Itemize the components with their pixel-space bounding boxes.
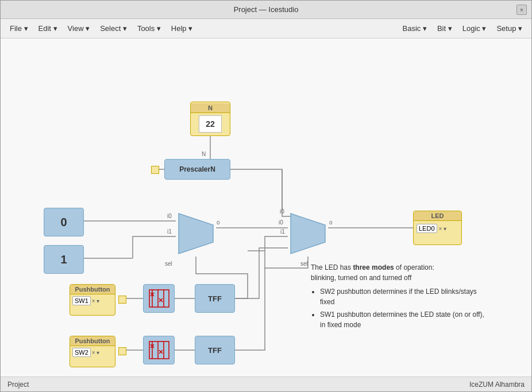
debounce1-svg: [148, 288, 171, 309]
const0-label: 0: [60, 216, 67, 229]
pushbutton2-select: SW2 × ▾: [70, 346, 115, 359]
pushbutton1-value[interactable]: SW1: [72, 296, 91, 305]
file-menu[interactable]: File ▾: [5, 22, 33, 35]
pushbutton2-block[interactable]: Pushbutton SW2 × ▾: [70, 336, 115, 367]
logic-menu[interactable]: Logic ▾: [458, 22, 491, 35]
pushbutton1-remove[interactable]: ×: [92, 298, 95, 304]
help-menu[interactable]: Help ▾: [167, 22, 197, 35]
comment-bold: three modes: [353, 263, 394, 271]
bit-menu[interactable]: Bit ▾: [433, 22, 457, 35]
comment-bullets: SW2 pushbutton determines if the LED bli…: [320, 286, 489, 330]
svg-text:o: o: [217, 219, 220, 226]
view-menu[interactable]: View ▾: [63, 22, 95, 35]
comment-bullet-2: SW1 pushbutton determines the LED state …: [320, 309, 489, 330]
tff2-label: TFF: [208, 346, 222, 355]
close-button[interactable]: ×: [516, 5, 527, 15]
comment-bullet-1: SW2 pushbutton determines if the LED bli…: [320, 286, 489, 307]
prescaler-block[interactable]: PrescalerN: [164, 159, 230, 180]
menu-bar: File ▾ Edit ▾ View ▾ Select ▾ Tools ▾ He…: [1, 19, 531, 38]
pushbutton2-dropdown[interactable]: ▾: [97, 350, 99, 356]
pushbutton1-header: Pushbutton: [70, 285, 115, 294]
tff1-block[interactable]: TFF: [195, 284, 235, 313]
svg-text:o: o: [329, 219, 333, 226]
pushbutton2-value[interactable]: SW2: [72, 348, 91, 357]
edit-menu[interactable]: Edit ▾: [34, 22, 62, 35]
comment-box: The LED has three modes of operation: bl…: [311, 262, 489, 332]
tff2-block[interactable]: TFF: [195, 336, 235, 364]
svg-text:i1: i1: [167, 228, 172, 235]
debounce2-block[interactable]: [143, 336, 175, 364]
led-dropdown-button[interactable]: ▾: [444, 226, 446, 232]
svg-text:i0: i0: [167, 213, 172, 219]
svg-text:N: N: [202, 151, 206, 157]
basic-menu[interactable]: Basic ▾: [398, 22, 431, 35]
comment-intro-end: of operation:: [394, 263, 434, 271]
led-select-row: LED0 × ▾: [414, 221, 461, 236]
n-block[interactable]: N 22: [190, 102, 230, 136]
led-remove-button[interactable]: ×: [439, 226, 442, 232]
pushbutton1-block[interactable]: Pushbutton SW1 × ▾: [70, 284, 115, 316]
const1-block[interactable]: 1: [44, 245, 84, 274]
title-text: Project — Icestudio: [16, 5, 516, 14]
pushbutton1-select: SW1 × ▾: [70, 294, 115, 307]
mux2-svg: [288, 211, 328, 257]
pushbutton1-connector: [118, 296, 126, 304]
led-header: LED: [414, 211, 461, 221]
tff1-label: TFF: [208, 294, 222, 303]
mux2-block[interactable]: [288, 211, 328, 257]
comment-intro: The LED has: [311, 263, 353, 271]
app-window: Project — Icestudio × File ▾ Edit ▾ View…: [0, 0, 532, 392]
n-block-header: N: [191, 103, 230, 113]
menu-right: Basic ▾ Bit ▾ Logic ▾ Setup ▾: [398, 22, 527, 35]
mux1-svg: [176, 211, 216, 257]
status-bar: Project IceZUM Alhambra: [1, 377, 531, 391]
pushbutton2-connector: [118, 347, 126, 355]
debounce2-svg: [148, 340, 171, 360]
svg-marker-20: [179, 214, 213, 254]
const0-block[interactable]: 0: [44, 208, 84, 236]
svg-text:i0: i0: [280, 208, 284, 215]
svg-text:sel: sel: [165, 261, 172, 267]
status-right: IceZUM Alhambra: [469, 381, 525, 389]
svg-text:sel: sel: [300, 261, 308, 267]
svg-text:i0: i0: [279, 219, 283, 226]
pushbutton2-header: Pushbutton: [70, 336, 115, 346]
led-block[interactable]: LED LED0 × ▾: [413, 211, 462, 245]
canvas-area[interactable]: N i0 i1 o i0 o sel: [1, 38, 531, 377]
mux1-block[interactable]: [176, 211, 216, 257]
const1-label: 1: [60, 253, 67, 266]
tools-menu[interactable]: Tools ▾: [133, 22, 165, 35]
prescaler-connector: [151, 166, 159, 174]
n-block-value[interactable]: 22: [199, 115, 222, 133]
svg-text:i1: i1: [280, 228, 285, 235]
led-value[interactable]: LED0: [417, 224, 437, 233]
pushbutton1-dropdown[interactable]: ▾: [97, 298, 99, 304]
debounce1-block[interactable]: [143, 284, 175, 313]
select-menu[interactable]: Select ▾: [95, 22, 132, 35]
status-left: Project: [7, 381, 29, 389]
title-bar: Project — Icestudio ×: [1, 1, 531, 19]
svg-marker-21: [291, 214, 325, 254]
prescaler-label: PrescalerN: [179, 165, 215, 173]
comment-line2: blinking, turned on and turned off: [311, 273, 489, 283]
pushbutton2-remove[interactable]: ×: [92, 350, 95, 356]
setup-menu[interactable]: Setup ▾: [492, 22, 527, 35]
